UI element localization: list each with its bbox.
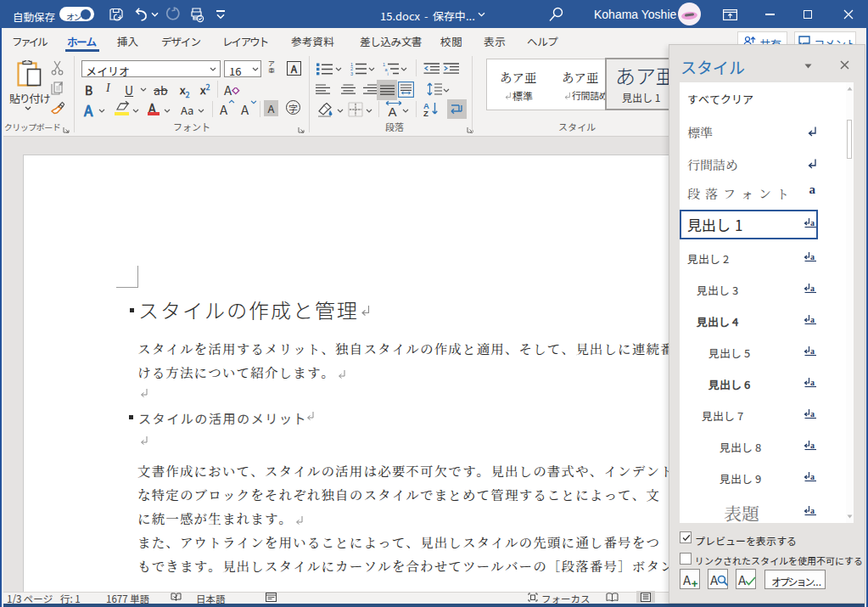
svg-text:a: a (810, 378, 815, 387)
svg-text:a: a (810, 506, 815, 515)
svg-text:a: a (810, 472, 815, 481)
svg-text:a: a (810, 441, 815, 450)
svg-text:a: a (810, 315, 815, 324)
svg-text:i: i (388, 71, 389, 76)
svg-text:3: 3 (350, 71, 353, 76)
svg-text:a: a (810, 218, 815, 228)
svg-text:A: A (389, 104, 397, 119)
svg-text:a: a (810, 284, 815, 293)
svg-text:a: a (810, 409, 815, 419)
svg-text:a: a (810, 252, 815, 261)
svg-text:Z: Z (423, 109, 428, 117)
svg-text:a: a (810, 346, 815, 356)
